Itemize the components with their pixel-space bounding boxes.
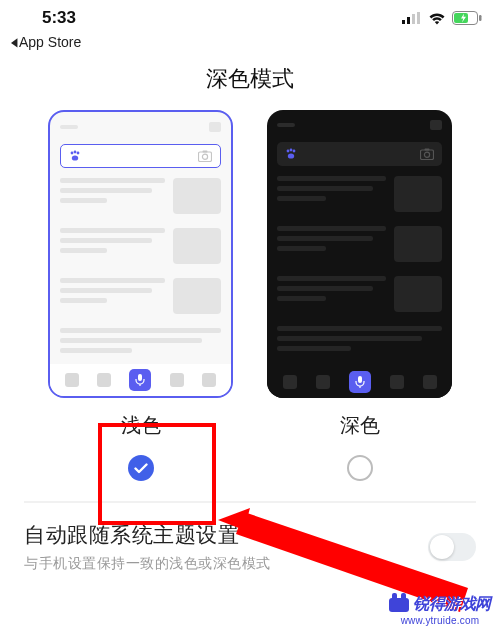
theme-options (0, 110, 500, 398)
svg-point-8 (74, 151, 77, 154)
breadcrumb-label: App Store (19, 34, 81, 50)
mic-icon (349, 371, 371, 393)
tab-icon (97, 373, 111, 387)
theme-label-light: 浅色 (121, 412, 161, 439)
preview-tabbar (50, 364, 231, 396)
tab-icon (390, 375, 404, 389)
svg-rect-5 (454, 13, 468, 23)
breadcrumb[interactable]: ◀ App Store (0, 30, 500, 50)
preview-tabbar (267, 366, 452, 398)
svg-point-12 (202, 154, 207, 159)
svg-rect-2 (412, 14, 415, 24)
svg-point-21 (424, 152, 429, 157)
theme-label-dark: 深色 (340, 412, 380, 439)
watermark-url: www.ytruide.com (401, 615, 480, 626)
svg-point-17 (290, 149, 293, 152)
svg-rect-13 (203, 151, 208, 153)
check-icon (134, 463, 148, 474)
theme-option-dark[interactable]: 深色 (267, 412, 452, 481)
svg-point-19 (288, 153, 294, 158)
auto-follow-title: 自动跟随系统主题设置 (24, 521, 271, 549)
tab-icon (423, 375, 437, 389)
svg-point-10 (72, 155, 78, 160)
mic-icon (129, 369, 151, 391)
back-icon: ◀ (11, 35, 17, 49)
tab-icon (283, 375, 297, 389)
paw-icon (69, 150, 81, 162)
svg-rect-3 (417, 12, 420, 24)
svg-rect-14 (138, 374, 142, 381)
preview-header (50, 112, 231, 136)
cellular-icon (402, 12, 422, 24)
theme-card-light[interactable] (48, 110, 233, 398)
tab-icon (202, 373, 216, 387)
svg-point-9 (77, 152, 80, 155)
page-title: 深色模式 (0, 50, 500, 110)
camera-icon (198, 150, 212, 162)
controller-icon (389, 598, 409, 612)
svg-rect-0 (402, 20, 405, 24)
svg-point-7 (71, 152, 74, 155)
auto-follow-row: 自动跟随系统主题设置 与手机设置保持一致的浅色或深色模式 (0, 503, 500, 573)
theme-card-dark[interactable] (267, 110, 452, 398)
tab-icon (170, 373, 184, 387)
preview-body (267, 176, 452, 351)
svg-rect-11 (199, 152, 212, 162)
theme-option-light[interactable]: 浅色 (48, 412, 233, 481)
svg-rect-20 (421, 150, 434, 160)
auto-follow-text: 自动跟随系统主题设置 与手机设置保持一致的浅色或深色模式 (24, 521, 271, 573)
svg-rect-22 (425, 149, 430, 151)
auto-follow-switch[interactable] (428, 533, 476, 561)
preview-search (277, 142, 442, 166)
watermark: 锐得游戏网 www.ytruide.com (380, 583, 500, 637)
camera-icon (420, 148, 434, 160)
status-bar: 5:33 (0, 0, 500, 30)
status-time: 5:33 (42, 8, 76, 28)
radio-dark[interactable] (347, 455, 373, 481)
auto-follow-subtitle: 与手机设置保持一致的浅色或深色模式 (24, 555, 271, 573)
svg-rect-23 (358, 376, 362, 383)
status-icons (402, 11, 482, 25)
watermark-title: 锐得游戏网 (413, 594, 491, 615)
preview-header (267, 110, 452, 134)
svg-point-18 (293, 150, 296, 153)
svg-rect-6 (479, 15, 482, 21)
theme-labels: 浅色 深色 (0, 412, 500, 481)
preview-search (60, 144, 221, 168)
radio-light[interactable] (128, 455, 154, 481)
paw-icon (285, 148, 297, 160)
tab-icon (65, 373, 79, 387)
svg-rect-1 (407, 17, 410, 24)
tab-icon (316, 375, 330, 389)
battery-icon (452, 11, 482, 25)
preview-body (50, 178, 231, 353)
wifi-icon (428, 12, 446, 25)
svg-point-16 (287, 150, 290, 153)
